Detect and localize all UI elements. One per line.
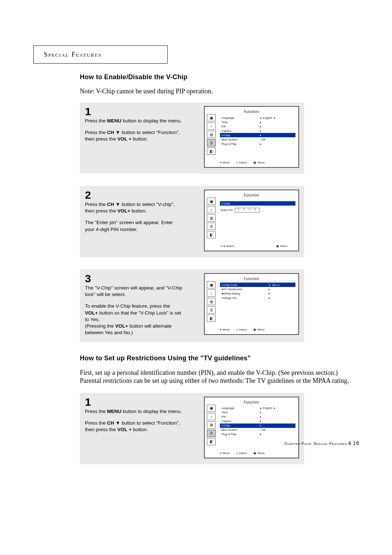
osd-vchip-header: V-Chip xyxy=(220,201,295,206)
osd-footer-09: 0-9 Select xyxy=(220,244,234,248)
note-vchip-pip: Note: V-Chip cannot be used during PIP o… xyxy=(80,88,356,95)
osd-menu-value: ▸ xyxy=(262,296,295,300)
step-1-p2: Press the CH ▼ button to select "Functio… xyxy=(85,129,183,142)
osd-menu-pin: V-Chip Enter Pin * * * * xyxy=(220,201,295,215)
osd-menu-label: PIP xyxy=(220,415,253,419)
step-1-p1: Press the MENU button to display the men… xyxy=(85,118,183,124)
osd-footer-menu: Menu xyxy=(253,328,265,331)
osd-icon-2: ♪ xyxy=(207,122,216,130)
osd-menu-value: ▸ xyxy=(253,410,295,415)
step-2-p2: The "Enter pin" screen will appear. Ente… xyxy=(85,219,183,232)
osd-menu-value: ◂ Yes ▸ xyxy=(262,283,295,287)
osd-footer-select: Select xyxy=(236,451,247,455)
osd-title: Function xyxy=(205,400,298,404)
osd-footer: 0-9 Select Menu xyxy=(220,244,295,248)
osd-menu-label: V-Chip xyxy=(220,424,253,428)
step-3-p1: The "V-Chip" screen will appear, and "V-… xyxy=(85,285,183,298)
osd-footer-move: Move xyxy=(220,328,230,331)
osd-footer-select: Select xyxy=(236,161,247,164)
step-b1-text: 1 Press the MENU button to display the m… xyxy=(85,397,187,458)
step-2-text: 2 Press the CH ▼ button to select "V-chi… xyxy=(85,190,187,251)
enter-pin-value: * * * * xyxy=(235,208,260,212)
osd-menu-label: Blue Screen xyxy=(220,428,253,432)
osd-menu-value: ▸ xyxy=(253,124,295,129)
osd-menu-value: ▸ xyxy=(253,424,295,428)
osd-icon-3: ▤ xyxy=(207,421,216,429)
osd-sidebar: ▣ ♪ ▤ ☰ ◧ xyxy=(207,198,217,238)
osd-footer-menu: Menu xyxy=(253,161,265,164)
osd-menu-label: Language xyxy=(220,116,253,120)
osd-icon-2: ♪ xyxy=(207,206,216,213)
osd-icon-5: ◧ xyxy=(207,231,216,238)
osd-footer: Move Select Menu xyxy=(220,161,295,164)
osd-screen-vchip-lock: Function ▣ ♪ ▤ ☰ ◧ V-Chip Lock◂ Yes ▸●TV… xyxy=(204,273,299,335)
osd-menu-label: Caption xyxy=(220,419,253,424)
osd-menu-value: ▸ xyxy=(253,419,295,424)
footer-chapter: Chapter Four: Special Features xyxy=(284,441,347,446)
osd-footer-move: Move xyxy=(220,161,230,164)
osd-menu-value: ◂ English ▸ xyxy=(253,406,295,410)
osd-menu-label: Time xyxy=(220,120,253,124)
osd-icon-1: ▣ xyxy=(207,281,216,288)
paragraph-tv-guidelines: First, set up a personal identification … xyxy=(80,369,356,385)
step-3: 3 The "V-Chip" screen will appear, and "… xyxy=(80,270,304,342)
osd-menu-label: ●MPAA Rating xyxy=(220,291,262,296)
osd-sidebar: ▣ ♪ ▤ ☰ ◧ xyxy=(207,405,217,445)
page-footer: Chapter Four: Special Features 4.16 xyxy=(284,440,359,446)
osd-menu-label: Plug & Play xyxy=(220,432,253,437)
osd-menu-label: Time xyxy=(220,410,253,415)
osd-icon-2: ♪ xyxy=(207,289,216,297)
osd-screen-enter-pin: Function ▣ ♪ ▤ ☰ ◧ V-Chip Enter Pin * * … xyxy=(204,190,299,251)
osd-menu-list: Language◂ English ▸Time▸PIP▸Caption▸V-Ch… xyxy=(220,406,295,437)
section-header: Special Features xyxy=(33,45,168,64)
osd-screen-function-1: Function ▣ ♪ ▤ ☰ ◧ Language◂ English ▸Ti… xyxy=(204,106,299,168)
osd-footer-menu: Menu xyxy=(276,244,287,248)
osd-icon-4: ☰ xyxy=(207,139,216,146)
osd-footer-select: Select xyxy=(236,328,247,331)
step-number: 1 xyxy=(85,106,183,117)
content-area: How to Enable/Disable the V-Chip Note: V… xyxy=(80,73,356,477)
osd-footer-move: Move xyxy=(220,451,230,455)
osd-menu-label: Plug & Play xyxy=(220,142,253,146)
step-b1-p2: Press the CH ▼ button to select "Functio… xyxy=(85,420,183,433)
osd-footer-menu: Menu xyxy=(253,451,265,455)
osd-menu-value: : Off xyxy=(253,137,295,142)
step-number: 3 xyxy=(85,273,183,284)
osd-icon-4: ☰ xyxy=(207,306,216,313)
osd-menu-value: ▸ xyxy=(253,432,295,437)
osd-sidebar: ▣ ♪ ▤ ☰ ◧ xyxy=(207,114,217,155)
osd-menu-label: Language xyxy=(220,406,253,410)
osd-menu-value: ▸ xyxy=(262,287,295,291)
section-header-text: Special Features xyxy=(44,51,102,58)
osd-icon-3: ▤ xyxy=(207,298,216,305)
osd-title: Function xyxy=(205,193,298,197)
osd-menu-label: Change Pin xyxy=(220,296,262,300)
osd-icon-1: ▣ xyxy=(207,405,216,412)
osd-menu-value: ▸ xyxy=(253,415,295,419)
osd-icon-3: ▤ xyxy=(207,214,216,222)
osd-menu-value: ▸ xyxy=(253,133,295,137)
step-3-p2: To enable the V-Chip feature, press the … xyxy=(85,303,183,336)
osd-title: Function xyxy=(205,110,298,114)
step-b1: 1 Press the MENU button to display the m… xyxy=(80,393,304,464)
osd-menu-list: V-Chip Lock◂ Yes ▸●TV GuideLines▸●MPAA R… xyxy=(220,283,295,300)
step-1-text: 1 Press the MENU button to display the m… xyxy=(85,106,187,168)
osd-menu-label: Blue Screen xyxy=(220,137,253,142)
step-3-text: 3 The "V-Chip" screen will appear, and "… xyxy=(85,273,187,336)
osd-icon-1: ▣ xyxy=(207,198,216,205)
osd-title: Function xyxy=(205,277,298,281)
osd-menu-label: Caption xyxy=(220,129,253,133)
osd-icon-4: ☰ xyxy=(207,430,216,437)
osd-menu-label: ●TV GuideLines xyxy=(220,287,262,291)
osd-icon-3: ▤ xyxy=(207,131,216,138)
osd-icon-4: ☰ xyxy=(207,223,216,230)
heading-tv-guidelines: How to Set up Restrictions Using the "TV… xyxy=(80,355,356,362)
osd-footer: Move Select Menu xyxy=(220,328,295,331)
osd-menu-value: : Off xyxy=(253,428,295,432)
osd-sidebar: ▣ ♪ ▤ ☰ ◧ xyxy=(207,281,217,322)
osd-icon-5: ◧ xyxy=(207,315,216,322)
osd-menu-label: PIP xyxy=(220,124,253,129)
step-2-p1: Press the CH ▼ button to select "V-chip"… xyxy=(85,201,183,214)
osd-menu-list: Language◂ English ▸Time▸PIP▸Caption▸V-Ch… xyxy=(220,116,295,146)
osd-icon-5: ◧ xyxy=(207,438,216,445)
